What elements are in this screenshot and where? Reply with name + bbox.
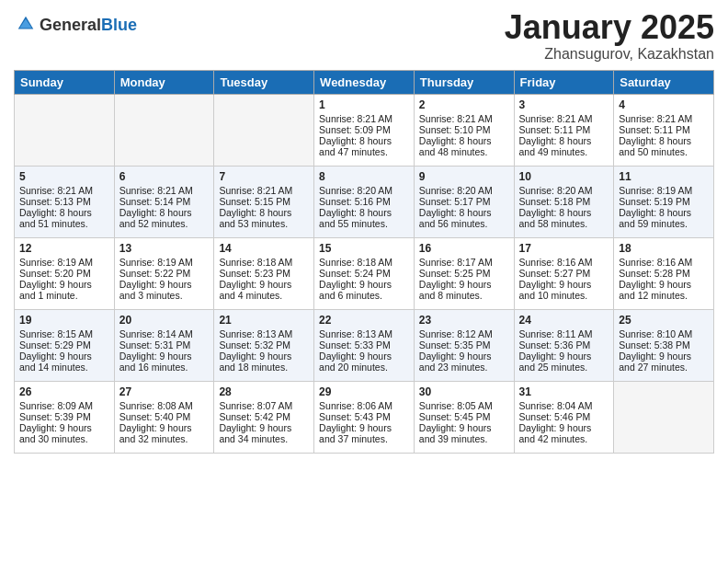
day-number: 21 (219, 314, 309, 327)
day-info: Sunset: 5:31 PM (119, 339, 210, 350)
day-info: Sunrise: 8:05 AM (419, 400, 509, 411)
day-info: Sunset: 5:28 PM (619, 268, 709, 279)
day-info: Daylight: 8 hours and 47 minutes. (319, 135, 409, 157)
day-info: Daylight: 9 hours and 39 minutes. (419, 422, 509, 444)
day-info: Sunset: 5:25 PM (419, 268, 509, 279)
day-info: Sunset: 5:24 PM (319, 268, 409, 279)
calendar-cell: 31Sunrise: 8:04 AMSunset: 5:46 PMDayligh… (514, 381, 614, 453)
day-info: Sunrise: 8:17 AM (419, 257, 509, 268)
day-info: Sunset: 5:33 PM (319, 339, 409, 350)
day-info: Sunset: 5:29 PM (19, 339, 109, 350)
location-title: Zhansugurov, Kazakhstan (505, 46, 714, 63)
calendar-cell: 30Sunrise: 8:05 AMSunset: 5:45 PMDayligh… (414, 381, 514, 453)
calendar-cell: 2Sunrise: 8:21 AMSunset: 5:10 PMDaylight… (414, 94, 514, 166)
day-info: Sunset: 5:35 PM (419, 339, 509, 350)
day-info: Daylight: 9 hours and 6 minutes. (319, 279, 409, 301)
day-number: 31 (519, 385, 609, 398)
calendar-cell: 17Sunrise: 8:16 AMSunset: 5:27 PMDayligh… (514, 237, 614, 309)
day-number: 14 (219, 242, 309, 255)
day-info: Sunset: 5:38 PM (619, 339, 709, 350)
day-header-thursday: Thursday (414, 70, 514, 94)
day-number: 30 (419, 385, 509, 398)
calendar-cell (214, 94, 314, 166)
calendar-table: SundayMondayTuesdayWednesdayThursdayFrid… (14, 70, 714, 454)
day-number: 12 (19, 242, 109, 255)
day-number: 3 (519, 98, 609, 111)
day-number: 20 (119, 314, 210, 327)
header: GeneralBlue January 2025 Zhansugurov, Ka… (14, 9, 714, 63)
day-header-row: SundayMondayTuesdayWednesdayThursdayFrid… (15, 70, 714, 94)
day-number: 1 (319, 98, 409, 111)
day-number: 2 (419, 98, 509, 111)
logo-blue: Blue (101, 16, 137, 34)
day-info: Sunset: 5:40 PM (119, 411, 210, 422)
day-info: Sunset: 5:11 PM (519, 124, 609, 135)
day-info: Sunrise: 8:16 AM (619, 257, 709, 268)
calendar-cell (114, 94, 214, 166)
day-info: Daylight: 9 hours and 14 minutes. (19, 350, 109, 373)
day-info: Sunrise: 8:08 AM (119, 400, 210, 411)
day-number: 4 (619, 98, 709, 111)
calendar-cell: 8Sunrise: 8:20 AMSunset: 5:16 PMDaylight… (314, 166, 415, 237)
day-info: Sunset: 5:17 PM (419, 196, 509, 207)
logo-general: General (40, 16, 101, 34)
calendar-cell: 23Sunrise: 8:12 AMSunset: 5:35 PMDayligh… (414, 309, 514, 381)
calendar-cell: 25Sunrise: 8:10 AMSunset: 5:38 PMDayligh… (614, 309, 714, 381)
day-number: 7 (219, 170, 309, 183)
day-info: Sunrise: 8:04 AM (519, 400, 609, 411)
calendar-cell: 24Sunrise: 8:11 AMSunset: 5:36 PMDayligh… (514, 309, 614, 381)
day-info: Sunset: 5:18 PM (519, 196, 609, 207)
calendar-cell (614, 381, 714, 453)
day-info: Daylight: 9 hours and 3 minutes. (119, 279, 210, 301)
day-info: Sunset: 5:42 PM (219, 411, 309, 422)
calendar-cell: 27Sunrise: 8:08 AMSunset: 5:40 PMDayligh… (114, 381, 214, 453)
day-header-friday: Friday (514, 70, 614, 94)
calendar-cell: 6Sunrise: 8:21 AMSunset: 5:14 PMDaylight… (114, 166, 214, 237)
calendar-cell: 9Sunrise: 8:20 AMSunset: 5:17 PMDaylight… (414, 166, 514, 237)
day-info: Sunset: 5:22 PM (119, 268, 210, 279)
calendar-cell: 5Sunrise: 8:21 AMSunset: 5:13 PMDaylight… (15, 166, 115, 237)
day-number: 11 (619, 170, 709, 183)
day-info: Sunrise: 8:21 AM (19, 185, 109, 196)
day-number: 27 (119, 385, 210, 398)
day-number: 9 (419, 170, 509, 183)
day-info: Sunrise: 8:19 AM (119, 257, 210, 268)
calendar-cell: 18Sunrise: 8:16 AMSunset: 5:28 PMDayligh… (614, 237, 714, 309)
day-info: Sunset: 5:14 PM (119, 196, 210, 207)
day-info: Daylight: 8 hours and 56 minutes. (419, 207, 509, 229)
day-info: Daylight: 8 hours and 49 minutes. (519, 135, 609, 157)
calendar-cell: 12Sunrise: 8:19 AMSunset: 5:20 PMDayligh… (15, 237, 115, 309)
day-number: 22 (319, 314, 409, 327)
day-number: 16 (419, 242, 509, 255)
title-area: January 2025 Zhansugurov, Kazakhstan (505, 9, 714, 63)
day-number: 8 (319, 170, 409, 183)
day-info: Sunrise: 8:06 AM (319, 400, 409, 411)
day-info: Sunrise: 8:18 AM (219, 257, 309, 268)
day-info: Sunrise: 8:12 AM (419, 328, 509, 339)
day-number: 23 (419, 314, 509, 327)
day-info: Sunrise: 8:20 AM (519, 185, 609, 196)
day-info: Sunrise: 8:15 AM (19, 328, 109, 339)
calendar-cell: 10Sunrise: 8:20 AMSunset: 5:18 PMDayligh… (514, 166, 614, 237)
day-info: Sunrise: 8:21 AM (619, 113, 709, 124)
calendar-cell: 14Sunrise: 8:18 AMSunset: 5:23 PMDayligh… (214, 237, 314, 309)
calendar-cell: 20Sunrise: 8:14 AMSunset: 5:31 PMDayligh… (114, 309, 214, 381)
calendar-cell: 4Sunrise: 8:21 AMSunset: 5:11 PMDaylight… (614, 94, 714, 166)
day-info: Daylight: 9 hours and 12 minutes. (619, 279, 709, 301)
month-title: January 2025 (505, 9, 714, 46)
calendar-cell (15, 94, 115, 166)
logo: GeneralBlue (14, 14, 137, 38)
day-number: 25 (619, 314, 709, 327)
calendar-cell: 21Sunrise: 8:13 AMSunset: 5:32 PMDayligh… (214, 309, 314, 381)
day-header-wednesday: Wednesday (314, 70, 415, 94)
day-number: 15 (319, 242, 409, 255)
day-info: Sunset: 5:36 PM (519, 339, 609, 350)
day-info: Daylight: 8 hours and 50 minutes. (619, 135, 709, 157)
calendar-cell: 7Sunrise: 8:21 AMSunset: 5:15 PMDaylight… (214, 166, 314, 237)
day-info: Sunrise: 8:09 AM (19, 400, 109, 411)
day-info: Sunrise: 8:10 AM (619, 328, 709, 339)
week-row-3: 19Sunrise: 8:15 AMSunset: 5:29 PMDayligh… (15, 309, 714, 381)
day-info: Daylight: 9 hours and 8 minutes. (419, 279, 509, 301)
day-info: Sunrise: 8:19 AM (619, 185, 709, 196)
day-info: Sunrise: 8:13 AM (219, 328, 309, 339)
